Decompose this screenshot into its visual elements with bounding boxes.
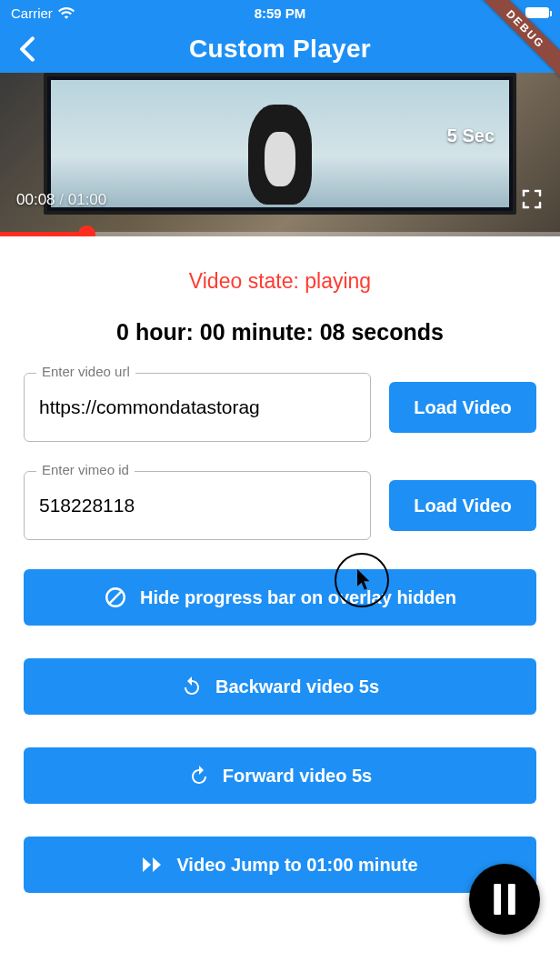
- jump-button[interactable]: Video Jump to 01:00 minute: [24, 837, 536, 893]
- vimeo-field-box: Enter vimeo id: [24, 471, 371, 540]
- fullscreen-icon: [522, 189, 542, 209]
- chevron-left-icon: [18, 36, 36, 62]
- url-row: Enter video url Load Video: [24, 373, 536, 442]
- hide-progress-button[interactable]: Hide progress bar on overlay hidden: [24, 569, 536, 626]
- svg-marker-3: [153, 857, 161, 872]
- fast-forward-icon: [142, 856, 164, 874]
- svg-line-1: [108, 590, 122, 604]
- video-current-time: 00:08: [16, 191, 55, 208]
- nav-bar: Custom Player: [0, 25, 560, 73]
- status-right: [525, 7, 549, 18]
- forward-icon: [188, 765, 210, 787]
- video-frame: [44, 73, 516, 215]
- battery-icon: [525, 7, 549, 18]
- status-time: 8:59 PM: [255, 5, 306, 21]
- video-content-placeholder: [248, 105, 312, 205]
- progress-fill: [0, 232, 84, 236]
- forward-label: Forward video 5s: [223, 766, 373, 787]
- elapsed-time-label: 0 hour: 00 minute: 08 seconds: [24, 319, 536, 346]
- hide-icon: [104, 586, 127, 609]
- pause-icon: [492, 884, 517, 915]
- svg-marker-2: [143, 857, 151, 872]
- back-button[interactable]: [11, 33, 44, 65]
- video-state-label: Video state: playing: [24, 269, 536, 294]
- pause-fab[interactable]: [469, 864, 540, 935]
- url-field-legend: Enter video url: [36, 364, 135, 379]
- svg-rect-5: [508, 884, 515, 915]
- video-time-label: 00:08 / 01:00: [16, 191, 106, 209]
- content-area: Video state: playing 0 hour: 00 minute: …: [0, 236, 560, 893]
- time-separator: /: [55, 191, 68, 208]
- wifi-icon: [58, 6, 75, 19]
- jump-label: Video Jump to 01:00 minute: [176, 855, 417, 876]
- backward-button[interactable]: Backward video 5s: [24, 658, 536, 715]
- carrier-label: Carrier: [11, 5, 53, 21]
- video-url-input[interactable]: [24, 373, 371, 442]
- status-left: Carrier: [11, 5, 75, 21]
- svg-rect-4: [494, 884, 501, 915]
- url-field-box: Enter video url: [24, 373, 371, 442]
- vimeo-row: Enter vimeo id Load Video: [24, 471, 536, 540]
- video-player[interactable]: 5 Sec 00:08 / 01:00: [0, 73, 560, 236]
- page-title: Custom Player: [189, 35, 371, 64]
- progress-thumb[interactable]: [78, 225, 95, 236]
- replay-icon: [181, 676, 203, 697]
- forward-button[interactable]: Forward video 5s: [24, 747, 536, 804]
- hide-progress-label: Hide progress bar on overlay hidden: [140, 587, 456, 608]
- video-duration: 01:00: [68, 191, 107, 208]
- backward-label: Backward video 5s: [215, 676, 379, 697]
- status-bar: Carrier 8:59 PM: [0, 0, 560, 25]
- progress-bar[interactable]: [0, 232, 560, 236]
- video-thumbnail: [51, 80, 509, 207]
- load-vimeo-button[interactable]: Load Video: [389, 480, 536, 531]
- vimeo-field-legend: Enter vimeo id: [36, 462, 135, 477]
- vimeo-id-input[interactable]: [24, 471, 371, 540]
- skip-forward-label: 5 Sec: [447, 125, 495, 146]
- fullscreen-button[interactable]: [522, 189, 542, 209]
- load-url-button[interactable]: Load Video: [389, 382, 536, 433]
